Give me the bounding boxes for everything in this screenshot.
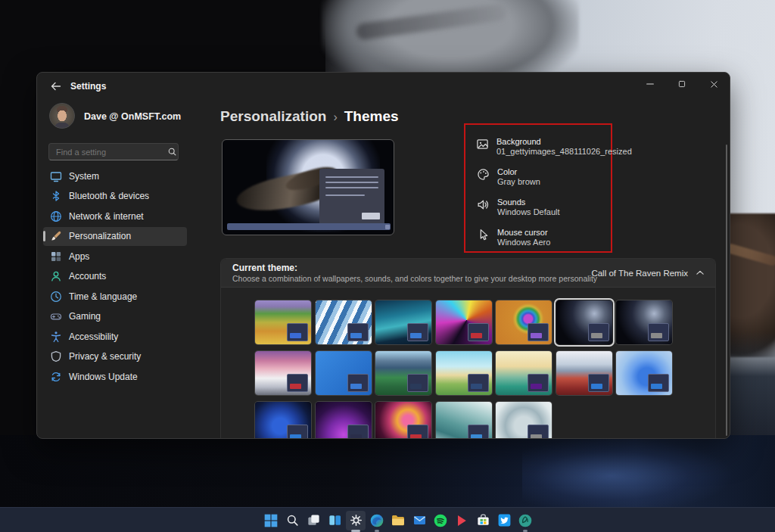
preview-mock-taskbar <box>227 223 391 230</box>
close-button[interactable] <box>698 73 730 95</box>
theme-info-value: 01_gettyimages_488111026_resized <box>496 147 632 157</box>
theme-tile-bloom-blue[interactable] <box>616 351 672 395</box>
color-icon <box>476 167 490 187</box>
sidebar-item-label: Accessibility <box>69 331 118 342</box>
screen: Settings Dave @ OnMSFT.com SystemBluetoo… <box>0 0 775 532</box>
system-icon <box>43 170 69 182</box>
theme-tile-raven-dark[interactable] <box>556 300 612 344</box>
tile-window-preview <box>528 323 549 341</box>
theme-tile-plain-blue[interactable] <box>316 351 372 395</box>
theme-tile-cartoon-forest[interactable] <box>375 351 431 395</box>
breadcrumb-personalization[interactable]: Personalization <box>220 108 326 125</box>
theme-tile-lighthouse-beach[interactable] <box>436 351 492 395</box>
apps-icon <box>43 250 69 263</box>
edge-icon <box>369 512 385 529</box>
taskbar-icons <box>260 508 536 532</box>
sidebar-item-windows-update[interactable]: Windows Update <box>43 367 187 386</box>
taskbar-media-play-button[interactable] <box>451 508 472 532</box>
theme-tile-teal-architecture[interactable] <box>436 402 492 439</box>
themes-grid-row <box>255 351 672 395</box>
theme-tile-bloom-dark-blue[interactable] <box>255 402 311 439</box>
current-theme-label: Current theme: <box>232 263 297 273</box>
task-view-icon <box>305 512 322 529</box>
theme-info-sounds: SoundsWindows Default <box>476 198 603 217</box>
taskbar-leaf-app-button[interactable] <box>515 508 536 532</box>
theme-preview <box>222 139 394 235</box>
wallpaper-bottom-glow <box>522 437 734 507</box>
sidebar-item-accounts[interactable]: Accounts <box>43 267 187 286</box>
theme-info-label: Color <box>497 167 540 177</box>
back-button[interactable] <box>46 78 66 95</box>
theme-tile-blue-architecture[interactable] <box>316 300 372 344</box>
avatar[interactable] <box>49 103 75 129</box>
tile-window-preview <box>287 323 308 341</box>
window-controls <box>634 73 730 95</box>
tile-window-preview <box>528 374 549 392</box>
sidebar-item-privacy-security[interactable]: Privacy & security <box>43 347 187 366</box>
sidebar-item-label: Gaming <box>69 311 101 322</box>
theme-tile-red-flower-field[interactable] <box>556 351 612 395</box>
theme-info-label: Mouse cursor <box>497 228 550 238</box>
taskbar-edge-button[interactable] <box>366 508 388 532</box>
close-icon <box>709 79 719 89</box>
theme-tile-aurora-landscape[interactable] <box>375 300 431 344</box>
sidebar-item-personalization[interactable]: Personalization <box>43 227 187 246</box>
sidebar-item-gaming[interactable]: Gaming <box>43 307 187 326</box>
taskbar-twitter-button[interactable] <box>493 508 515 532</box>
theme-tile-prism-lights[interactable] <box>436 300 492 344</box>
search-input[interactable] <box>49 148 167 157</box>
start-icon <box>263 512 279 529</box>
search-box[interactable] <box>48 143 179 160</box>
theme-tile-teal-sun-cartoon[interactable] <box>496 351 552 395</box>
bluetooth-icon <box>43 190 69 202</box>
background-icon <box>476 137 489 157</box>
window-scrollbar[interactable] <box>726 145 727 436</box>
theme-tile-pink-mountains[interactable] <box>255 351 311 395</box>
widgets-icon <box>326 512 343 529</box>
search-icon <box>167 147 178 157</box>
sounds-icon <box>476 198 490 217</box>
sidebar-item-time-language[interactable]: Time & language <box>43 287 187 306</box>
theme-tile-raven-dark-alt[interactable] <box>616 300 672 344</box>
mouse-cursor-icon <box>476 228 490 247</box>
sidebar-item-bluetooth-devices[interactable]: Bluetooth & devices <box>43 187 187 206</box>
sidebar-item-apps[interactable]: Apps <box>43 247 187 266</box>
accounts-icon <box>43 270 69 282</box>
taskbar-mail-button[interactable] <box>409 508 430 532</box>
tile-window-preview <box>588 374 609 392</box>
media-play-icon <box>453 512 470 529</box>
chevron-up-icon[interactable] <box>696 269 705 278</box>
theme-tile-purple-glow[interactable] <box>316 402 372 439</box>
taskbar-search-taskbar-button[interactable] <box>282 508 303 532</box>
minimize-button[interactable] <box>634 73 666 95</box>
current-theme-header[interactable]: Current theme: Choose a combination of w… <box>221 259 715 288</box>
minimize-icon <box>645 79 655 89</box>
sidebar-item-network-internet[interactable]: Network & internet <box>43 207 187 226</box>
theme-tile-dark-flower[interactable] <box>375 402 431 439</box>
sidebar-item-system[interactable]: System <box>43 166 187 185</box>
breadcrumb-separator: › <box>333 110 337 124</box>
theme-tile-orange-texture-circle[interactable] <box>496 300 552 344</box>
maximize-button[interactable] <box>666 73 698 95</box>
taskbar-spotify-button[interactable] <box>430 508 451 532</box>
current-theme-section: Current theme: Choose a combination of w… <box>220 258 716 439</box>
theme-tile-bloom-gray[interactable] <box>496 402 552 439</box>
taskbar-widgets-button[interactable] <box>324 508 345 532</box>
sidebar-item-label: Accounts <box>69 271 106 282</box>
user-name: Dave @ OnMSFT.com <box>84 111 181 122</box>
sidebar-item-accessibility[interactable]: Accessibility <box>43 327 187 346</box>
sidebar-item-label: Windows Update <box>69 372 138 382</box>
preview-mock-window <box>319 169 384 225</box>
sidebar-item-label: Privacy & security <box>69 351 141 362</box>
taskbar-task-view-button[interactable] <box>303 508 324 532</box>
theme-info-label: Sounds <box>497 198 560 207</box>
taskbar-file-explorer-button[interactable] <box>388 508 409 532</box>
twitter-icon <box>496 512 512 529</box>
theme-tile-tuscany-landscape[interactable] <box>255 300 311 344</box>
theme-info-value: Windows Default <box>497 207 560 217</box>
maximize-icon <box>677 79 686 89</box>
taskbar-store-button[interactable] <box>472 508 493 532</box>
taskbar-settings-gear-button[interactable] <box>345 508 366 532</box>
theme-info-value: Gray brown <box>497 177 540 187</box>
taskbar-start-button[interactable] <box>260 508 282 532</box>
